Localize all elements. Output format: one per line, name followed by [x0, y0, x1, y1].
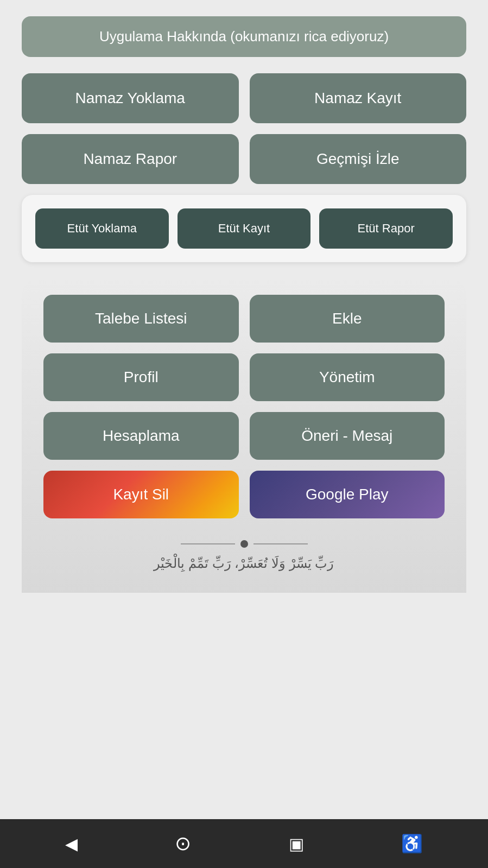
- recents-button[interactable]: [283, 828, 309, 859]
- home-icon: [175, 832, 191, 855]
- etut-rapor-button[interactable]: Etüt Rapor: [319, 208, 453, 249]
- page-dot: [240, 540, 248, 548]
- etut-yoklama-button[interactable]: Etüt Yoklama: [35, 208, 169, 249]
- talebe-listesi-button[interactable]: Talebe Listesi: [43, 295, 239, 343]
- gecmisi-izle-button[interactable]: Geçmişi İzle: [250, 134, 467, 184]
- back-icon: [65, 834, 78, 854]
- page-line-right: [253, 543, 308, 544]
- namaz-rapor-button[interactable]: Namaz Rapor: [22, 134, 239, 184]
- nav-bar: [0, 819, 488, 868]
- profil-button[interactable]: Profil: [43, 353, 239, 401]
- bottom-grid: Talebe Listesi Ekle Profil Yönetim Hesap…: [43, 295, 445, 518]
- page-line-left: [181, 543, 235, 544]
- namaz-grid: Namaz Yoklama Namaz Kayıt Namaz Rapor Ge…: [22, 73, 466, 184]
- bottom-section: Talebe Listesi Ekle Profil Yönetim Hesap…: [22, 278, 466, 593]
- ekle-button[interactable]: Ekle: [250, 295, 445, 343]
- etut-grid: Etüt Yoklama Etüt Kayıt Etüt Rapor: [35, 208, 453, 249]
- google-play-button[interactable]: Google Play: [250, 471, 445, 518]
- kayit-sil-button[interactable]: Kayıt Sil: [43, 471, 239, 518]
- etut-kayit-button[interactable]: Etüt Kayıt: [178, 208, 311, 249]
- accessibility-icon: [401, 833, 423, 854]
- namaz-yoklama-button[interactable]: Namaz Yoklama: [22, 73, 239, 123]
- accessibility-button[interactable]: [396, 828, 428, 859]
- oneri-mesaj-button[interactable]: Öneri - Mesaj: [250, 412, 445, 460]
- back-button[interactable]: [60, 828, 83, 859]
- recents-icon: [289, 834, 304, 854]
- etut-card: Etüt Yoklama Etüt Kayıt Etüt Rapor: [22, 195, 466, 262]
- namaz-kayit-button[interactable]: Namaz Kayıt: [250, 73, 467, 123]
- hesaplama-button[interactable]: Hesaplama: [43, 412, 239, 460]
- home-button[interactable]: [169, 827, 197, 860]
- arabic-text: رَبِّ يَسِّرْ وَلَا تُعَسِّرْ، رَبِّ تَم…: [154, 556, 334, 571]
- page-indicator: [181, 540, 308, 548]
- about-button[interactable]: Uygulama Hakkında (okumanızı rica ediyor…: [22, 16, 466, 57]
- yonetim-button[interactable]: Yönetim: [250, 353, 445, 401]
